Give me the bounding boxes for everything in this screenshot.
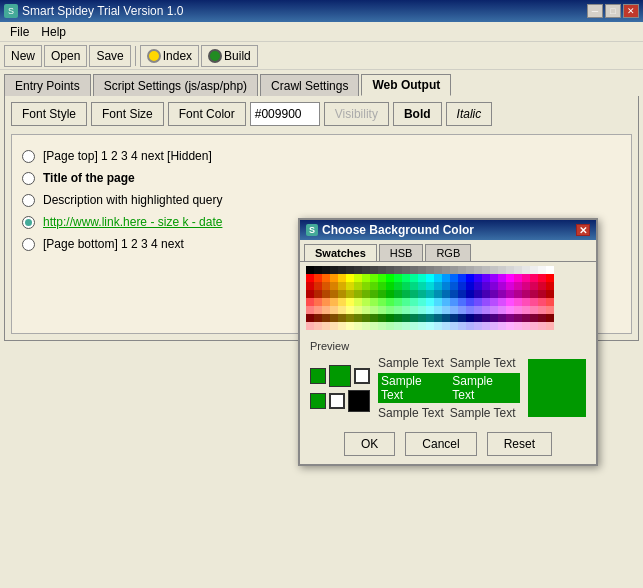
color-cell[interactable] [378, 290, 386, 298]
color-cell[interactable] [378, 282, 386, 290]
color-cell[interactable] [322, 274, 330, 282]
color-cell[interactable] [466, 298, 474, 306]
color-cell[interactable] [330, 266, 338, 274]
color-cell[interactable] [450, 306, 458, 314]
color-cell[interactable] [522, 274, 530, 282]
color-cell[interactable] [354, 298, 362, 306]
color-cell[interactable] [466, 322, 474, 330]
color-cell[interactable] [434, 298, 442, 306]
radio-description[interactable] [22, 194, 35, 207]
color-cell[interactable] [434, 314, 442, 322]
color-cell[interactable] [546, 282, 554, 290]
color-cell[interactable] [442, 298, 450, 306]
color-value-field[interactable]: #009900 [250, 102, 320, 126]
color-cell[interactable] [338, 306, 346, 314]
color-cell[interactable] [418, 266, 426, 274]
color-cell[interactable] [402, 298, 410, 306]
bold-button[interactable]: Bold [393, 102, 442, 126]
color-cell[interactable] [314, 290, 322, 298]
color-cell[interactable] [370, 314, 378, 322]
color-cell[interactable] [426, 282, 434, 290]
color-cell[interactable] [538, 282, 546, 290]
color-cell[interactable] [314, 282, 322, 290]
color-cell[interactable] [346, 306, 354, 314]
color-cell[interactable] [530, 282, 538, 290]
color-cell[interactable] [458, 322, 466, 330]
color-cell[interactable] [466, 306, 474, 314]
color-cell[interactable] [450, 290, 458, 298]
color-cell[interactable] [354, 266, 362, 274]
color-cell[interactable] [514, 290, 522, 298]
dialog-tab-hsb[interactable]: HSB [379, 244, 424, 261]
color-cell[interactable] [426, 274, 434, 282]
color-cell[interactable] [322, 282, 330, 290]
color-cell[interactable] [490, 314, 498, 322]
color-cell[interactable] [530, 290, 538, 298]
color-cell[interactable] [458, 314, 466, 322]
color-cell[interactable] [410, 290, 418, 298]
color-cell[interactable] [434, 290, 442, 298]
cancel-button[interactable]: Cancel [405, 432, 476, 456]
color-cell[interactable] [450, 266, 458, 274]
color-cell[interactable] [538, 266, 546, 274]
color-cell[interactable] [362, 298, 370, 306]
color-cell[interactable] [450, 314, 458, 322]
color-cell[interactable] [322, 266, 330, 274]
radio-page-top[interactable] [22, 150, 35, 163]
color-cell[interactable] [474, 290, 482, 298]
color-cell[interactable] [490, 282, 498, 290]
tab-web-output[interactable]: Web Output [361, 74, 451, 96]
color-cell[interactable] [378, 274, 386, 282]
color-cell[interactable] [330, 298, 338, 306]
color-cell[interactable] [538, 290, 546, 298]
color-cell[interactable] [466, 290, 474, 298]
color-cell[interactable] [306, 314, 314, 322]
color-cell[interactable] [514, 298, 522, 306]
color-cell[interactable] [346, 266, 354, 274]
color-cell[interactable] [482, 266, 490, 274]
dialog-close-button[interactable]: ✕ [576, 224, 590, 236]
color-cell[interactable] [314, 314, 322, 322]
color-cell[interactable] [490, 322, 498, 330]
color-cell[interactable] [394, 290, 402, 298]
color-cell[interactable] [490, 306, 498, 314]
color-cell[interactable] [410, 322, 418, 330]
dialog-tab-rgb[interactable]: RGB [425, 244, 471, 261]
color-cell[interactable] [442, 314, 450, 322]
color-cell[interactable] [546, 314, 554, 322]
color-cell[interactable] [418, 322, 426, 330]
color-cell[interactable] [330, 322, 338, 330]
save-button[interactable]: Save [89, 45, 130, 67]
color-cell[interactable] [458, 306, 466, 314]
color-cell[interactable] [506, 298, 514, 306]
color-cell[interactable] [394, 306, 402, 314]
color-cell[interactable] [466, 314, 474, 322]
tab-script-settings[interactable]: Script Settings (js/asp/php) [93, 74, 258, 96]
color-cell[interactable] [362, 322, 370, 330]
color-cell[interactable] [482, 274, 490, 282]
color-cell[interactable] [546, 322, 554, 330]
menu-file[interactable]: File [4, 23, 35, 41]
color-cell[interactable] [314, 322, 322, 330]
color-cell[interactable] [482, 282, 490, 290]
color-cell[interactable] [530, 298, 538, 306]
color-cell[interactable] [530, 274, 538, 282]
color-cell[interactable] [538, 298, 546, 306]
color-cell[interactable] [490, 266, 498, 274]
color-cell[interactable] [306, 306, 314, 314]
italic-button[interactable]: Italic [446, 102, 493, 126]
color-cell[interactable] [418, 314, 426, 322]
color-cell[interactable] [322, 298, 330, 306]
color-cell[interactable] [338, 290, 346, 298]
radio-link[interactable] [22, 216, 35, 229]
color-cell[interactable] [362, 290, 370, 298]
color-cell[interactable] [442, 274, 450, 282]
color-cell[interactable] [498, 298, 506, 306]
color-cell[interactable] [546, 306, 554, 314]
color-cell[interactable] [378, 306, 386, 314]
color-cell[interactable] [474, 282, 482, 290]
color-cell[interactable] [514, 274, 522, 282]
color-cell[interactable] [450, 298, 458, 306]
color-cell[interactable] [346, 322, 354, 330]
color-cell[interactable] [362, 266, 370, 274]
